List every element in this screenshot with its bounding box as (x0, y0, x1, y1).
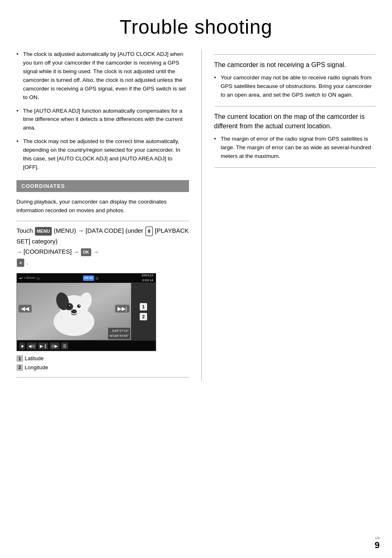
cam-stop-btn[interactable]: ■ (19, 343, 25, 350)
touch-word: Touch (16, 227, 35, 234)
location-diff-section: The current location on the map of the c… (214, 112, 376, 161)
cam-playpause-btn[interactable]: ▶ ‖ (38, 343, 48, 350)
cam-counter-1: 100/112 (141, 273, 153, 278)
divider-2 (16, 377, 189, 377)
bullet-item-3: The clock may not be adjusted to the cor… (16, 137, 189, 172)
arrow-1: → (16, 249, 22, 255)
page-container: Trouble shooting The clock is adjusted a… (0, 0, 392, 558)
longitude-label-item: 2 Longitude (16, 364, 189, 372)
location-diff-text-1: The margin of error of the radio signal … (221, 136, 371, 159)
coordinates-description: During playback, your camcorder can disp… (16, 198, 189, 215)
intro-bullet-list: The clock is adjusted automatically by [… (16, 50, 189, 172)
cam-skip-left-btn[interactable]: ◀◀ (18, 304, 32, 313)
gps-signal-title: The camcorder is not receiving a GPS sig… (214, 60, 376, 69)
svg-point-10 (78, 305, 80, 306)
right-divider-bottom (214, 167, 376, 168)
latitude-label-item: 1 Latitude (16, 354, 189, 363)
x-icon-box: × (17, 259, 24, 267)
period: . (27, 259, 28, 266)
bullet-text-1: The clock is adjusted automatically by [… (23, 51, 186, 100)
page-header: Trouble shooting (0, 0, 392, 50)
right-divider-mid (214, 106, 376, 107)
cam-top-left: ↩ ▪ 60min ▷ (19, 275, 40, 281)
gps-signal-bullets: Your camcorder may not be able to receiv… (214, 74, 376, 100)
gps-signal-section: The camcorder is not receiving a GPS sig… (214, 60, 376, 100)
coord-labels: 1 Latitude 2 Longitude (16, 354, 189, 371)
cam-num-2: 2 (140, 313, 147, 320)
menu-icon-box: MENU (35, 227, 51, 236)
cam-num-1: 1 (140, 303, 147, 310)
cam-lon: W189°44'45" (110, 333, 129, 338)
svg-point-11 (71, 310, 77, 314)
coordinates-text: [COORDINATES] (23, 248, 73, 255)
longitude-num-box: 2 (16, 364, 23, 371)
cam-top-bar: ↩ ▪ 60min ▷ HD 32 ⊙ 100/112 0:00:14 (17, 273, 156, 282)
left-column: The clock is adjusted automatically by [… (16, 50, 189, 382)
bullet-item-2: The [AUTO AREA ADJ] function automatical… (16, 107, 189, 133)
longitude-label: Longitude (25, 364, 48, 372)
cam-play-icon: ▷ (37, 275, 40, 281)
cam-back-icon: ↩ (19, 275, 23, 281)
bullet-text-3: The clock may not be adjusted to the cor… (23, 138, 180, 170)
location-diff-title: The current location on the map of the c… (214, 112, 376, 131)
menu-text: (MENU) → [DATA CODE] (under (54, 227, 145, 234)
cam-forward-btn[interactable]: ⊙▶ (50, 343, 60, 350)
cam-rewind-btn[interactable]: ◀⊙ (27, 343, 37, 350)
page-number: 9 (375, 541, 380, 550)
arrow-2: → (74, 249, 79, 255)
touch-instruction: Touch MENU (MENU) → [DATA CODE] (under 8… (16, 225, 189, 267)
ok-icon-box: OK (81, 248, 91, 256)
gps-signal-bullet-1: Your camcorder may not be able to receiv… (214, 74, 376, 100)
page-title: Trouble shooting (16, 12, 376, 42)
arrow-3: → (93, 249, 99, 255)
cam-numbers-panel: 1 2 (131, 282, 156, 340)
cam-menu-btn[interactable]: ☰ (61, 343, 68, 350)
cam-skip-right-btn[interactable]: ▶▶| (115, 304, 129, 313)
right-column: The camcorder is not receiving a GPS sig… (201, 50, 376, 382)
cam-counter: 100/112 0:00:14 (141, 273, 153, 283)
latitude-label: Latitude (25, 354, 44, 363)
svg-point-9 (69, 305, 70, 306)
content-area: The clock is adjusted automatically by [… (0, 50, 392, 382)
cam-coords-overlay: N35°27'19" W189°44'45" (108, 328, 130, 339)
cam-controls-bar: ■ ◀⊙ ▶ ‖ ⊙▶ ☰ (17, 341, 156, 351)
bullet-item-1: The clock is adjusted automatically by [… (16, 50, 189, 102)
page-number-area: GB 9 (375, 536, 380, 550)
location-diff-bullet-1: The margin of error of the radio signal … (214, 135, 376, 161)
coordinates-section-header: COORDINATES (16, 180, 189, 192)
cam-battery-full-icon: ⊙ (95, 275, 99, 281)
cam-battery-icon: ▪ 60min (24, 276, 35, 280)
camera-screen: ↩ ▪ 60min ▷ HD 32 ⊙ 100/112 0:00:14 (16, 273, 156, 351)
location-diff-bullets: The margin of error of the radio signal … (214, 135, 376, 161)
bullet-text-2: The [AUTO AREA ADJ] function automatical… (23, 108, 182, 131)
divider-1 (16, 221, 189, 221)
playback-icon-box: 8 (145, 227, 153, 236)
cam-hd-badge: HD 32 (83, 276, 95, 281)
cam-lat: N35°27'19" (110, 329, 129, 333)
latitude-num-box: 1 (16, 355, 23, 362)
right-divider-top (214, 54, 376, 55)
gps-signal-text-1: Your camcorder may not be able to receiv… (221, 74, 372, 98)
